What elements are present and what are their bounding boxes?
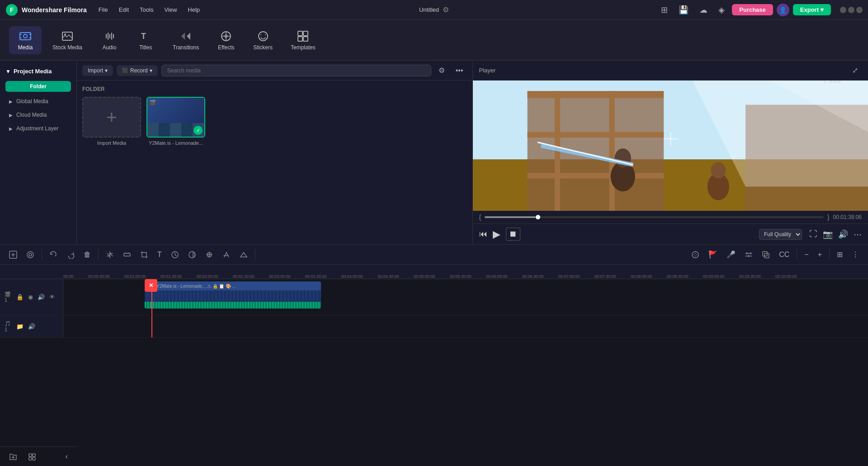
- go-to-start-btn[interactable]: ⏮: [479, 229, 487, 239]
- volume-btn[interactable]: 🔊: [838, 229, 848, 239]
- audio-wave: [145, 302, 321, 309]
- stop-btn[interactable]: ⏹: [506, 228, 520, 241]
- text-btn[interactable]: T: [154, 249, 165, 261]
- svg-rect-22: [527, 132, 664, 138]
- layout-icon[interactable]: ⊞: [657, 3, 671, 17]
- zoom-in-btn[interactable]: +: [814, 249, 826, 261]
- speed-btn[interactable]: [167, 249, 183, 261]
- crop-btn[interactable]: [137, 249, 152, 261]
- sidebar-item-global-media[interactable]: ▶ Global Media: [2, 95, 75, 108]
- add-to-timeline-btn[interactable]: [5, 249, 21, 261]
- stabilize-btn[interactable]: [202, 249, 217, 261]
- menu-file[interactable]: File: [94, 5, 113, 15]
- video-clip[interactable]: 🎬 Y2Mate.is - Lemonade... ⚠ 🔒 📋 🎨 ...: [145, 281, 321, 309]
- window-controls: ─ □ ✕: [840, 7, 863, 13]
- media-toolbar: Import ▾ ⬛ Record ▾ ⚙ •••: [77, 61, 472, 81]
- out-point-btn[interactable]: }: [827, 214, 830, 221]
- tool-stickers[interactable]: Stickers: [246, 26, 280, 54]
- save-icon[interactable]: 💾: [675, 3, 692, 17]
- svg-rect-21: [527, 91, 664, 98]
- player-expand-btn[interactable]: ⤢: [849, 64, 862, 76]
- record-button[interactable]: ⬛ Record ▾: [117, 65, 158, 76]
- audio-mix-btn[interactable]: [741, 249, 756, 261]
- tool-media[interactable]: Media: [9, 26, 42, 54]
- tool-media-label: Media: [18, 44, 33, 51]
- svg-point-9: [259, 32, 268, 41]
- undo-btn[interactable]: [46, 249, 61, 261]
- folder-button[interactable]: Folder: [5, 81, 71, 92]
- left-sidebar: ▼ Project Media Folder ▶ Global Media ▶ …: [0, 61, 77, 244]
- progress-bar[interactable]: [485, 216, 824, 218]
- svg-point-5: [64, 33, 66, 35]
- progress-thumb[interactable]: [536, 215, 540, 219]
- audio-mute-btn-2[interactable]: 🔊: [27, 322, 36, 331]
- delete-btn[interactable]: 🗑: [80, 249, 94, 261]
- tool-stock-label: Stock Media: [52, 44, 82, 51]
- tool-stock-media[interactable]: Stock Media: [45, 26, 90, 54]
- close-button[interactable]: ✕: [856, 7, 863, 13]
- captions-btn[interactable]: CC: [775, 249, 793, 261]
- split-btn[interactable]: [102, 249, 118, 261]
- project-title: Untitled: [419, 6, 439, 13]
- overlay-btn[interactable]: [758, 249, 774, 261]
- import-button[interactable]: Import ▾: [82, 65, 113, 76]
- snapshot-btn[interactable]: 📷: [823, 229, 833, 239]
- tool-effects[interactable]: Effects: [210, 26, 242, 54]
- timeline-ruler: 00:00 00:00:30:00 00:01:00:00 00:01:30:0…: [0, 265, 868, 279]
- sidebar-header-label: Project Media: [14, 68, 52, 75]
- zoom-out-btn[interactable]: −: [801, 249, 812, 261]
- divider-1: [42, 249, 42, 260]
- import-media-item[interactable]: + Import Media: [82, 97, 141, 146]
- timeline-more-btn[interactable]: ⋮: [848, 248, 863, 261]
- audio-folder-btn[interactable]: 📁: [15, 322, 24, 331]
- menu-help[interactable]: Help: [183, 5, 204, 15]
- redo-btn[interactable]: [63, 249, 78, 261]
- video-media-item[interactable]: 🎬 ✓ Y2Mate.is - Lemonade...: [146, 97, 205, 146]
- minimize-button[interactable]: ─: [840, 7, 846, 13]
- purchase-button[interactable]: Purchase: [732, 4, 773, 15]
- mic-btn[interactable]: 🎤: [723, 248, 739, 261]
- search-input[interactable]: [161, 65, 431, 76]
- more-btn[interactable]: •••: [452, 65, 467, 76]
- tool-titles[interactable]: T Titles: [129, 26, 162, 54]
- user-avatar[interactable]: 👤: [777, 4, 789, 16]
- menu-tools[interactable]: Tools: [135, 5, 158, 15]
- sidebar-item-cloud-media[interactable]: ▶ Cloud Media: [2, 109, 75, 121]
- tool-transitions[interactable]: Transitions: [165, 26, 206, 54]
- templates-icon: [297, 30, 309, 43]
- filter-btn[interactable]: ⚙: [435, 64, 448, 76]
- fit-to-screen-btn[interactable]: [23, 249, 38, 261]
- audio-detach-btn[interactable]: [119, 249, 135, 261]
- cloud-icon[interactable]: ☁: [696, 3, 711, 17]
- filmora-icon[interactable]: ◈: [715, 3, 728, 17]
- menu-edit[interactable]: Edit: [114, 5, 133, 15]
- timeline-layout-btn[interactable]: ⊞: [833, 248, 846, 261]
- color-btn[interactable]: [184, 249, 200, 261]
- sidebar-item-adjustment-layer[interactable]: ▶ Adjustment Layer: [2, 122, 75, 135]
- play-btn[interactable]: ▶: [493, 228, 500, 240]
- tool-audio[interactable]: Audio: [93, 26, 126, 54]
- sidebar-collapse-icon[interactable]: ▼: [5, 68, 11, 75]
- export-button[interactable]: Export ▾: [793, 4, 831, 15]
- quality-select[interactable]: Full Quality 1/2 Quality 1/4 Quality: [759, 229, 802, 240]
- ruler-marks: 00:00 00:00:30:00 00:01:00:00 00:01:30:0…: [63, 274, 805, 279]
- audio-track-controls: 🎵 1 📁 🔊: [0, 315, 63, 338]
- video-mute-btn[interactable]: 🔊: [37, 293, 46, 301]
- transition-btn[interactable]: [236, 249, 251, 261]
- full-screen-btn[interactable]: ⛶: [809, 229, 817, 239]
- tool-templates[interactable]: Templates: [283, 26, 323, 54]
- audio-track-number: 🎵 1: [5, 321, 13, 332]
- in-point-btn[interactable]: {: [479, 214, 481, 221]
- magic-wand-btn[interactable]: [688, 249, 703, 261]
- video-eye-btn[interactable]: 👁: [48, 293, 56, 301]
- video-solo-btn[interactable]: ◉: [27, 293, 34, 301]
- svg-text:F: F: [10, 6, 14, 14]
- svg-point-44: [27, 252, 33, 258]
- menu-view[interactable]: View: [160, 5, 181, 15]
- more-player-btn[interactable]: ⋯: [854, 229, 862, 239]
- maximize-button[interactable]: □: [848, 7, 854, 13]
- ai-tools-btn[interactable]: [219, 249, 234, 261]
- player-header: Player ⤢: [473, 61, 868, 81]
- video-lock-btn[interactable]: 🔒: [15, 293, 24, 301]
- flag-btn[interactable]: 🚩: [705, 248, 721, 261]
